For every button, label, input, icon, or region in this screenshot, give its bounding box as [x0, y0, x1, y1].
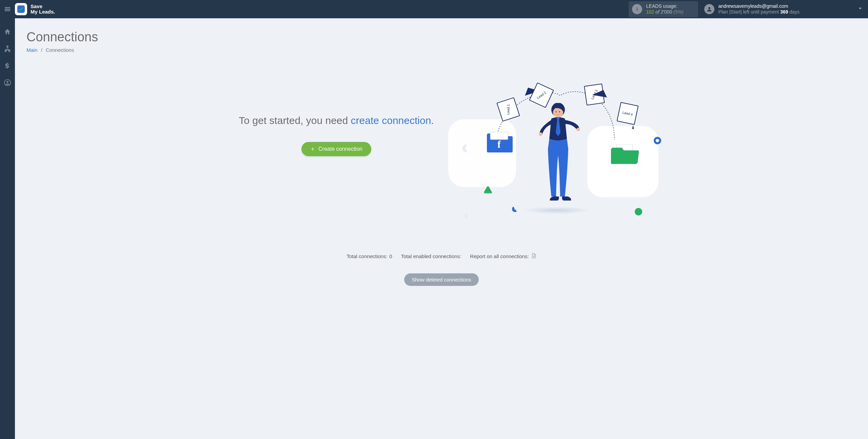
- svg-point-12: [559, 111, 560, 112]
- info-icon: [632, 4, 642, 14]
- usage-of: of: [655, 9, 659, 15]
- main-content: Connections Main / Connections To get st…: [15, 18, 868, 439]
- show-deleted-button[interactable]: Show deleted connections: [404, 273, 478, 286]
- green-folder-icon: [610, 144, 639, 165]
- illus-paper-lead4: Lead 4: [617, 102, 639, 125]
- chevron-down-icon: [857, 5, 863, 12]
- page-title: Connections: [26, 30, 856, 44]
- plus-icon: [310, 147, 315, 151]
- svg-point-1: [637, 7, 637, 8]
- svg-text:f: f: [497, 139, 501, 150]
- usage-label: LEADS usage:: [646, 3, 684, 9]
- logo-check-icon: [17, 5, 25, 13]
- illus-decor-ring: [654, 137, 661, 144]
- sidebar-item-connections[interactable]: [0, 44, 15, 54]
- hero-text-block: To get started, you need create connecti…: [224, 83, 448, 156]
- breadcrumb-separator: /: [41, 47, 42, 53]
- illus-person: [539, 103, 580, 215]
- avatar-icon: [704, 4, 714, 14]
- svg-point-11: [556, 111, 557, 112]
- stat-report: Report on all connections:: [470, 253, 536, 260]
- create-connection-label: Create connection: [318, 146, 362, 152]
- svg-point-3: [708, 7, 710, 9]
- user-menu[interactable]: andrewsavemyleads@gmail.com Plan |Start|…: [704, 3, 800, 15]
- hamburger-icon: [4, 5, 11, 13]
- brand-logo[interactable]: Save My Leads.: [15, 3, 55, 15]
- document-icon[interactable]: [531, 253, 536, 260]
- usage-total: 2'000: [661, 9, 672, 15]
- header-collapse-button[interactable]: [857, 5, 863, 13]
- svg-point-5: [6, 81, 8, 83]
- usage-text: LEADS usage: 102 of 2'000 (5%): [646, 3, 684, 15]
- empty-state-hero: To get started, you need create connecti…: [26, 83, 856, 229]
- illus-decor-crescent-3: [463, 212, 471, 220]
- arrow-down-icon: [631, 125, 635, 131]
- hero-create-link[interactable]: create connection: [351, 115, 431, 126]
- illus-decor-triangle: [484, 186, 492, 195]
- breadcrumb-main-link[interactable]: Main: [26, 47, 38, 53]
- sidebar-item-home[interactable]: [0, 27, 15, 37]
- hero-illustration: Lead 1 Lead 2 Lead 3 Lead 4 f: [448, 83, 658, 229]
- svg-rect-2: [637, 9, 637, 11]
- app-header: Save My Leads. LEADS usage: 102 of 2'000…: [0, 0, 868, 18]
- usage-used: 102: [646, 9, 654, 15]
- hero-headline: To get started, you need create connecti…: [224, 114, 448, 128]
- user-plan: Plan |Start| left until payment 369 days: [718, 9, 800, 15]
- sidebar-item-account[interactable]: [0, 78, 15, 87]
- sitemap-icon: [4, 45, 11, 53]
- leads-usage-box[interactable]: LEADS usage: 102 of 2'000 (5%): [629, 1, 698, 17]
- illus-decor-dot: [635, 208, 642, 215]
- user-circle-icon: [4, 79, 11, 86]
- breadcrumb-current: Connections: [46, 47, 74, 53]
- stat-enabled: Total enabled connections:: [401, 253, 461, 259]
- facebook-folder-icon: f: [486, 131, 514, 153]
- home-icon: [4, 28, 11, 36]
- logo-text: Save My Leads.: [31, 4, 55, 15]
- usage-pct: (5%): [673, 9, 684, 15]
- user-email: andrewsavemyleads@gmail.com: [718, 3, 800, 9]
- create-connection-button[interactable]: Create connection: [301, 142, 371, 156]
- stat-total: Total connections: 0: [347, 253, 392, 259]
- left-sidebar: [0, 18, 15, 439]
- illus-decor-crescent-2: [512, 206, 519, 213]
- stats-row: Total connections: 0 Total enabled conne…: [26, 253, 856, 260]
- logo-mark: [15, 3, 27, 15]
- dollar-icon: [4, 62, 11, 69]
- menu-toggle[interactable]: [0, 0, 15, 18]
- sidebar-item-billing[interactable]: [0, 61, 15, 70]
- breadcrumb: Main / Connections: [26, 47, 856, 53]
- user-text: andrewsavemyleads@gmail.com Plan |Start|…: [718, 3, 800, 15]
